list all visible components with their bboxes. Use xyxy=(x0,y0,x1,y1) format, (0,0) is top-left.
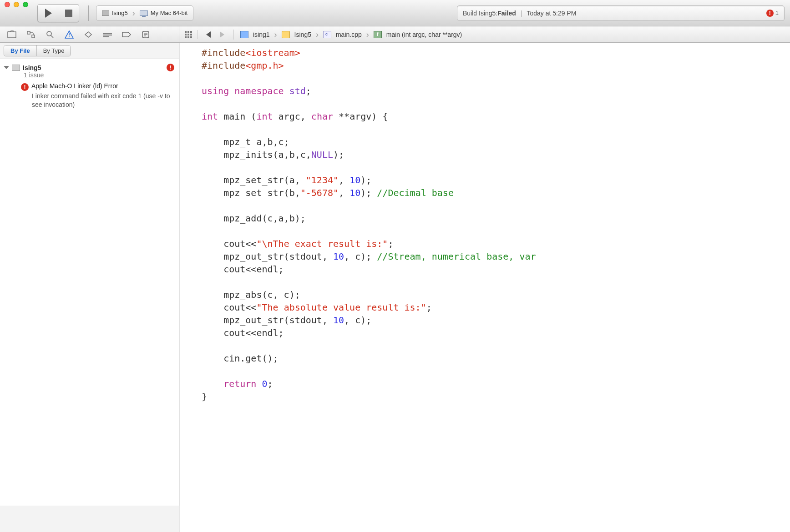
project-icon xyxy=(102,10,109,16)
jump-bar-project[interactable]: ising1 xyxy=(253,31,270,38)
issue-navigator: Ising5 ! 1 issue ! Apple Mach-O Linker (… xyxy=(0,59,179,506)
stop-button[interactable] xyxy=(58,4,79,22)
related-items-icon[interactable] xyxy=(184,30,198,39)
jump-bar-group[interactable]: Ising5 xyxy=(294,31,311,38)
find-navigator-button[interactable] xyxy=(45,29,56,40)
status-result: Failed xyxy=(497,10,516,17)
symbol-navigator-button[interactable] xyxy=(25,29,36,40)
error-icon: ! xyxy=(766,10,774,17)
filter-segmented-control: By File By Type xyxy=(4,45,71,56)
separator: | xyxy=(521,10,522,17)
stop-icon xyxy=(65,10,72,17)
error-count-badge[interactable]: ! 1 xyxy=(766,10,779,17)
destination-name: My Mac 64-bit xyxy=(151,10,188,16)
issue-navigator-button[interactable] xyxy=(64,29,75,40)
folder-icon xyxy=(282,31,290,38)
scheme-selector[interactable]: Ising5 › My Mac 64-bit xyxy=(96,5,193,21)
close-window-button[interactable] xyxy=(5,2,10,7)
back-button[interactable] xyxy=(206,31,211,38)
project-navigator-button[interactable] xyxy=(6,29,17,40)
log-navigator-button[interactable] xyxy=(140,29,151,40)
filter-by-type-button[interactable]: By Type xyxy=(37,45,71,56)
cpp-file-icon xyxy=(323,31,331,38)
separator xyxy=(88,5,89,21)
function-icon: f xyxy=(374,31,382,38)
activity-status[interactable]: Build Ising5: Failed | Today at 5:29 PM … xyxy=(457,5,785,21)
svg-point-8 xyxy=(69,36,70,37)
filter-by-file-button[interactable]: By File xyxy=(4,45,37,56)
svg-point-5 xyxy=(47,31,51,36)
mac-icon xyxy=(140,10,148,16)
debug-navigator-button[interactable] xyxy=(102,29,113,40)
issue-title: Apple Mach-O Linker (ld) Error xyxy=(31,82,118,90)
separator xyxy=(233,30,234,40)
status-time: Today at 5:29 PM xyxy=(527,10,576,17)
project-icon xyxy=(12,65,20,71)
test-navigator-button[interactable] xyxy=(83,29,94,40)
minimize-window-button[interactable] xyxy=(14,2,19,7)
breakpoint-navigator-button[interactable] xyxy=(121,29,132,40)
svg-line-6 xyxy=(51,35,53,38)
issue-root-title: Ising5 xyxy=(23,64,41,71)
issue-item[interactable]: ! Apple Mach-O Linker (ld) Error xyxy=(0,79,179,92)
source-editor[interactable]: #include<iostream> #include<gmp.h> using… xyxy=(179,43,790,532)
issue-filter-bar: By File By Type xyxy=(0,43,179,59)
issue-root-item[interactable]: Ising5 ! xyxy=(0,62,179,72)
jump-bar[interactable]: ising1 › Ising5 › main.cpp › f main (int… xyxy=(179,26,790,42)
jump-bar-file[interactable]: main.cpp xyxy=(336,31,362,38)
editor-toolbar: ising1 › Ising5 › main.cpp › f main (int… xyxy=(179,26,790,43)
svg-rect-2 xyxy=(32,35,35,38)
zoom-window-button[interactable] xyxy=(23,2,28,7)
play-icon xyxy=(45,9,52,18)
jump-bar-symbol[interactable]: main (int argc, char **argv) xyxy=(386,31,462,38)
forward-button[interactable] xyxy=(220,31,224,38)
run-button[interactable] xyxy=(37,4,58,22)
svg-rect-0 xyxy=(8,32,16,38)
project-icon xyxy=(240,31,248,38)
scheme-name: Ising5 xyxy=(112,10,128,16)
status-prefix: Build Ising5: xyxy=(463,10,497,17)
navigator-selector xyxy=(0,26,179,43)
disclosure-triangle-icon[interactable] xyxy=(4,66,9,69)
error-icon: ! xyxy=(21,83,29,91)
error-count: 1 xyxy=(775,10,779,16)
main-toolbar: Ising5 › My Mac 64-bit Build Ising5: Fai… xyxy=(0,0,790,26)
issue-root-subtitle: 1 issue xyxy=(0,71,179,79)
svg-rect-1 xyxy=(27,31,30,34)
issue-detail: Linker command failed with exit code 1 (… xyxy=(0,92,179,109)
window-controls xyxy=(5,2,28,7)
code-content[interactable]: #include<iostream> #include<gmp.h> using… xyxy=(180,46,790,403)
error-icon: ! xyxy=(167,64,174,71)
